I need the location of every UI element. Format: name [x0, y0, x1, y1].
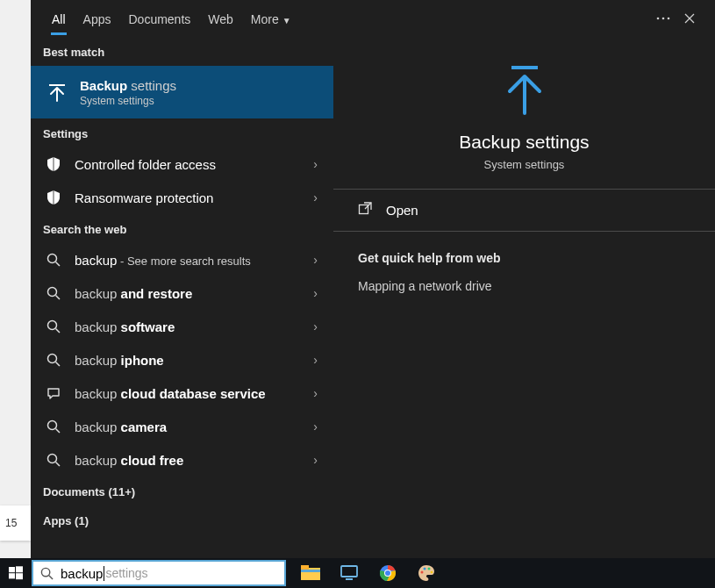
settings-item-ransomware[interactable]: Ransomware protection ›: [31, 181, 333, 214]
taskbar-search-input[interactable]: backupsettings: [32, 560, 286, 586]
calendar-date-chip: 15: [0, 506, 31, 541]
chevron-right-icon: ›: [310, 253, 321, 267]
svg-point-24: [424, 568, 426, 570]
svg-point-2: [668, 18, 670, 20]
chevron-right-icon: ›: [310, 286, 321, 300]
chevron-right-icon: ›: [310, 190, 321, 204]
search-results-panel: All Apps Documents Web More▼ Best match …: [31, 0, 715, 558]
preview-pane: Backup settings System settings Open Get…: [333, 37, 715, 558]
task-view-button[interactable]: [332, 558, 367, 588]
chevron-right-icon: ›: [310, 319, 321, 333]
svg-point-3: [48, 255, 57, 263]
web-item-2[interactable]: backup software ›: [31, 310, 333, 343]
filter-tabs: All Apps Documents Web More▼: [31, 0, 715, 37]
text-caret: [104, 566, 104, 581]
svg-rect-10: [9, 567, 15, 572]
web-item-6[interactable]: backup cloud free ›: [31, 443, 333, 477]
shield-icon: [43, 190, 64, 205]
svg-rect-13: [16, 573, 23, 579]
search-icon: [43, 253, 64, 267]
quick-help-heading: Get quick help from web: [333, 232, 715, 274]
palette-icon: [418, 564, 435, 582]
best-match-item[interactable]: Backup settings System settings: [31, 66, 333, 118]
chevron-right-icon: ›: [310, 453, 321, 467]
chevron-right-icon: ›: [310, 386, 321, 400]
paint-button[interactable]: [409, 558, 444, 588]
preview-header: Backup settings System settings: [333, 38, 715, 190]
svg-rect-19: [346, 578, 353, 580]
tab-all[interactable]: All: [43, 4, 75, 33]
tab-web[interactable]: Web: [199, 4, 242, 33]
settings-item-controlled-folder[interactable]: Controlled folder access ›: [31, 147, 333, 181]
monitor-icon: [340, 565, 359, 581]
windows-icon: [9, 566, 23, 580]
web-item-1[interactable]: backup and restore ›: [31, 276, 333, 310]
content-area: Best match Backup settings System settin…: [31, 37, 715, 558]
search-icon: [43, 319, 64, 333]
search-placeholder-text: settings: [105, 566, 147, 580]
file-explorer-button[interactable]: [293, 558, 328, 588]
results-list: Best match Backup settings System settin…: [31, 37, 333, 558]
svg-rect-12: [9, 573, 15, 578]
chat-icon: [43, 386, 64, 400]
chevron-right-icon: ›: [310, 353, 321, 367]
close-button[interactable]: [676, 5, 703, 32]
open-button[interactable]: Open: [333, 190, 715, 232]
svg-point-4: [48, 288, 57, 297]
more-options-button[interactable]: [650, 5, 676, 32]
chrome-button[interactable]: [370, 558, 405, 588]
chevron-right-icon: ›: [310, 419, 321, 434]
quick-help-link-mapping[interactable]: Mapping a network drive: [333, 274, 715, 298]
search-query-text: backup: [61, 566, 103, 581]
web-item-3[interactable]: backup iphone ›: [31, 343, 333, 376]
close-icon: [684, 13, 695, 24]
svg-rect-16: [301, 565, 309, 570]
taskbar: backupsettings: [0, 558, 715, 588]
backup-icon-large: [501, 64, 548, 119]
preview-subtitle: System settings: [484, 158, 565, 171]
settings-section-label: Settings: [31, 118, 333, 147]
svg-point-22: [385, 570, 390, 576]
svg-rect-17: [301, 570, 320, 572]
best-match-label: Best match: [31, 37, 333, 66]
svg-point-1: [662, 18, 665, 20]
taskbar-apps: [293, 558, 444, 588]
ellipsis-icon: [656, 17, 670, 20]
tab-apps[interactable]: Apps: [75, 4, 120, 33]
chevron-down-icon: ▼: [282, 16, 291, 25]
svg-point-0: [657, 18, 660, 20]
web-item-0[interactable]: backup - See more search results ›: [31, 243, 333, 276]
svg-point-8: [48, 455, 57, 463]
svg-point-23: [421, 571, 424, 574]
open-icon: [358, 202, 377, 219]
svg-point-6: [48, 355, 57, 363]
web-item-4[interactable]: backup cloud database service ›: [31, 376, 333, 410]
search-web-label: Search the web: [31, 214, 333, 243]
search-icon: [40, 567, 54, 580]
documents-section-label[interactable]: Documents (11+): [31, 477, 333, 506]
search-icon: [43, 453, 64, 467]
svg-rect-9: [360, 205, 368, 214]
search-icon: [43, 286, 64, 300]
tab-documents[interactable]: Documents: [119, 4, 199, 33]
shield-icon: [43, 156, 64, 172]
svg-point-25: [428, 568, 431, 570]
chevron-right-icon: ›: [310, 157, 321, 171]
svg-rect-11: [16, 566, 23, 572]
chrome-icon: [379, 564, 397, 582]
apps-section-label[interactable]: Apps (1): [31, 506, 333, 534]
backup-icon: [43, 80, 71, 104]
svg-point-14: [41, 568, 49, 576]
search-icon: [43, 353, 64, 367]
folder-icon: [301, 565, 320, 581]
svg-rect-18: [341, 566, 357, 577]
svg-point-26: [431, 571, 433, 574]
tab-more[interactable]: More▼: [242, 4, 300, 33]
preview-title: Backup settings: [459, 132, 589, 153]
web-item-5[interactable]: backup camera ›: [31, 410, 333, 443]
svg-point-7: [48, 421, 57, 430]
start-button[interactable]: [0, 558, 32, 588]
svg-point-5: [48, 321, 57, 330]
search-icon: [43, 419, 64, 434]
